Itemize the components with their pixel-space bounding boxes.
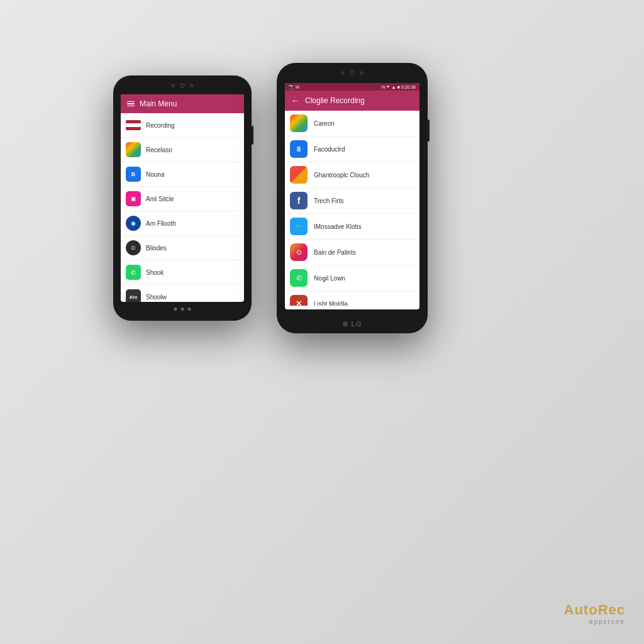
menu-item[interactable]: Alo Shoolw <box>121 285 244 302</box>
menu-item[interactable]: Recelaso <box>121 138 244 162</box>
app-item-label: Bain de Palints <box>314 249 356 256</box>
app-icon-lisht: ✕ <box>290 295 308 306</box>
menu-item-label: Shook <box>146 269 164 276</box>
phone-back: Main Menu Recording <box>113 75 252 321</box>
app-item[interactable]: ⊙ Bain de Palints <box>285 240 419 265</box>
camera-dot <box>190 84 194 87</box>
nav-dot-recent <box>188 308 191 311</box>
app-icon-recelaso <box>126 142 141 157</box>
hamburger-icon[interactable] <box>127 101 135 107</box>
status-bar: 📷 M % ✦ ▲ ■ 0:20:38 <box>285 83 419 91</box>
camera-dot <box>171 84 175 87</box>
camera-dot <box>341 71 345 75</box>
app-icon-trech: f <box>290 192 308 209</box>
lg-logo-text: ⊕ LG <box>342 320 362 328</box>
app-item-label: IMossadve Klotis <box>314 223 362 230</box>
menu-item-label: Recelaso <box>146 147 172 153</box>
app-icon-careon <box>290 114 308 132</box>
status-icon-2: M <box>296 85 299 89</box>
app-item-label: Lisht Motdla <box>314 301 348 306</box>
app-item-label: Facoduclrd <box>314 146 345 153</box>
camera-dot-main <box>350 70 355 75</box>
back-app-title: Main Menu <box>140 99 177 108</box>
app-icon-bliodes: ⊙ <box>126 240 141 255</box>
status-battery: ■ <box>397 85 399 89</box>
front-app-title: Cloglie Recording <box>305 96 365 105</box>
menu-item[interactable]: ▣ Aml Sitcle <box>121 187 244 211</box>
app-icon-facoduclrd: 8 <box>290 140 308 158</box>
app-item-label: Ghantrooplc Clouch <box>314 172 369 179</box>
app-item[interactable]: f Trech Firts <box>285 188 419 214</box>
nav-dot-back <box>174 308 177 311</box>
status-icons-left: 📷 M <box>289 84 299 89</box>
menu-item[interactable]: ✆ Shook <box>121 260 244 285</box>
nav-dots <box>174 308 191 311</box>
app-icon-am: ◉ <box>126 216 141 231</box>
app-item-label: Careon <box>314 120 335 127</box>
camera-dot <box>360 71 364 75</box>
app-item[interactable]: ✆ Noɡil Lown <box>285 265 419 291</box>
status-time: 0:20:38 <box>401 85 416 89</box>
menu-item-label: Nouna <box>146 171 164 178</box>
status-percent: % <box>381 85 385 89</box>
lg-logo: ⊕ LG <box>342 320 362 328</box>
app-icon-imossadve: 🐦 <box>290 218 308 235</box>
menu-item[interactable]: ⊙ Bliodes <box>121 236 244 260</box>
volume-button[interactable] <box>252 126 253 145</box>
watermark-subtitle: appstone <box>564 618 625 625</box>
status-icons-right: % ✦ ▲ ■ 0:20:38 <box>381 84 416 89</box>
front-app-header: ← Cloglie Recording <box>285 91 419 111</box>
menu-item[interactable]: ◉ Am Fllooth <box>121 211 244 236</box>
app-icon-ghantrooplc <box>290 166 308 184</box>
app-icon-shoolw: Alo <box>126 289 141 302</box>
app-item[interactable]: Careon <box>285 111 419 136</box>
app-icon-recording <box>126 118 141 133</box>
menu-item-label: Bliodes <box>146 245 167 252</box>
app-icon-nogil: ✆ <box>290 269 308 287</box>
back-menu-list: Recording Recelaso Б Nouna ▣ Aml S <box>121 113 244 302</box>
camera-dot-main <box>180 83 185 88</box>
menu-item-label: Aml Sitcle <box>146 196 174 203</box>
app-item[interactable]: 8 Facoduclrd <box>285 136 419 162</box>
watermark: AutoRec appstone <box>564 602 625 625</box>
app-icon-aml: ▣ <box>126 191 141 206</box>
app-icon-nouna: Б <box>126 167 141 182</box>
volume-button[interactable] <box>428 119 430 142</box>
back-phone-camera <box>171 83 194 88</box>
status-network: ▲ <box>391 85 396 89</box>
menu-item-label: Shoolw <box>146 294 167 301</box>
menu-item-label: Recording <box>146 122 175 129</box>
front-app-list: Careon 8 Facoduclrd Ghantrooplc Clouch f… <box>285 111 419 306</box>
app-item[interactable]: ✕ Lisht Motdla <box>285 291 419 306</box>
status-signal: ✦ <box>386 84 390 89</box>
watermark-title: AutoRec <box>564 602 625 618</box>
back-app-header: Main Menu <box>121 94 244 113</box>
front-phone-camera <box>341 70 364 75</box>
nav-dot-home <box>181 308 184 311</box>
app-icon-shook: ✆ <box>126 265 141 280</box>
scene: Main Menu Recording <box>0 0 644 644</box>
app-item-label: Noɡil Lown <box>314 275 345 282</box>
phone-front: 📷 M % ✦ ▲ ■ 0:20:38 ← Cloglie Recording <box>277 63 428 333</box>
app-item-label: Trech Firts <box>314 197 343 204</box>
status-icon-1: 📷 <box>289 84 294 89</box>
app-icon-bain: ⊙ <box>290 243 308 261</box>
menu-item[interactable]: Recording <box>121 113 244 138</box>
front-phone-screen: 📷 M % ✦ ▲ ■ 0:20:38 ← Cloglie Recording <box>285 83 419 309</box>
back-phone-screen: Main Menu Recording <box>121 94 244 302</box>
app-item[interactable]: 🐦 IMossadve Klotis <box>285 214 419 240</box>
back-arrow-button[interactable]: ← <box>291 96 300 106</box>
menu-item[interactable]: Б Nouna <box>121 162 244 187</box>
menu-item-label: Am Fllooth <box>146 220 176 227</box>
app-item[interactable]: Ghantrooplc Clouch <box>285 162 419 188</box>
